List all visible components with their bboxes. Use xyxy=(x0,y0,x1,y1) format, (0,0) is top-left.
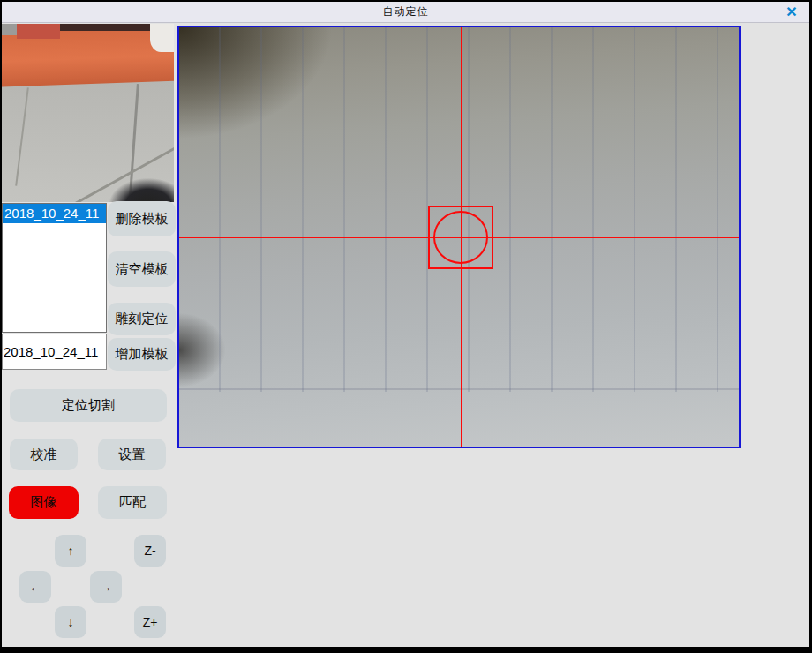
app-window: 自动定位 ✕ 2018_10_24_11 删除模板 清空模板 雕刻定位 增加模板… xyxy=(0,0,812,653)
list-item[interactable]: 2018_10_24_11 xyxy=(3,204,106,223)
template-list[interactable]: 2018_10_24_11 xyxy=(2,203,107,333)
camera-viewport xyxy=(177,26,741,448)
photo-fragment xyxy=(150,24,174,52)
clear-template-button[interactable]: 清空模板 xyxy=(108,251,176,287)
jog-down-button[interactable]: ↓ xyxy=(55,606,86,638)
add-template-button[interactable]: 增加模板 xyxy=(108,338,176,371)
jog-up-button[interactable]: ↑ xyxy=(55,535,86,567)
window-title: 自动定位 xyxy=(383,4,429,19)
delete-template-button[interactable]: 删除模板 xyxy=(108,201,176,236)
jog-left-button[interactable]: ← xyxy=(19,571,51,603)
engrave-locate-button[interactable]: 雕刻定位 xyxy=(108,303,176,335)
target-roi-circle xyxy=(433,211,488,264)
jog-right-button[interactable]: → xyxy=(90,571,122,603)
dark-object xyxy=(94,168,174,202)
jog-z-minus-button[interactable]: Z- xyxy=(134,535,166,567)
client-area: 自动定位 ✕ 2018_10_24_11 删除模板 清空模板 雕刻定位 增加模板… xyxy=(2,2,809,647)
calibrate-button[interactable]: 校准 xyxy=(10,439,78,470)
photo-fragment xyxy=(17,24,60,39)
jog-z-plus-button[interactable]: Z+ xyxy=(134,606,166,638)
match-button[interactable]: 匹配 xyxy=(98,486,167,519)
template-thumbnail-preview xyxy=(2,24,174,202)
ceiling-seam xyxy=(179,388,739,390)
image-button[interactable]: 图像 xyxy=(9,486,79,519)
tile-grout-line xyxy=(15,87,29,185)
close-icon: ✕ xyxy=(786,5,797,19)
close-button[interactable]: ✕ xyxy=(782,4,801,21)
template-name-input[interactable] xyxy=(2,334,107,370)
title-bar: 自动定位 ✕ xyxy=(2,2,809,23)
photo-fragment xyxy=(2,24,17,35)
settings-button[interactable]: 设置 xyxy=(98,439,166,470)
locate-cut-button[interactable]: 定位切割 xyxy=(10,389,167,422)
